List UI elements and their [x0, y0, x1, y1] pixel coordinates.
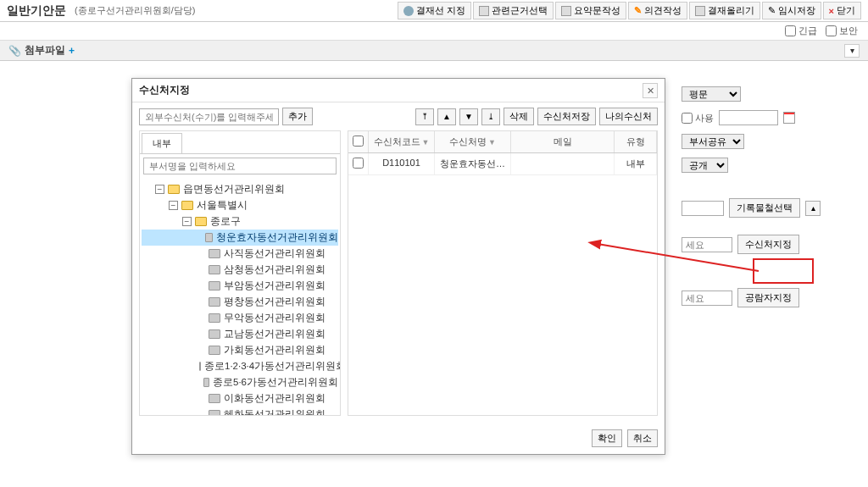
modal-header: 수신처지정 ✕ [132, 79, 665, 102]
top-bar: 일반기안문 (종로구선거관리위원회/담당) 결재선 지정 관련근거선택 요약문작… [0, 0, 868, 22]
modal-close-button[interactable]: ✕ [643, 83, 658, 98]
collapse-icon[interactable]: − [182, 217, 192, 226]
calendar-icon[interactable] [783, 112, 795, 124]
folder-icon [195, 217, 207, 226]
attachments-expand-button[interactable]: ▾ [844, 44, 860, 58]
cell-mail [511, 153, 615, 174]
folder-icon [209, 329, 220, 339]
opinion-button[interactable]: ✎의견작성 [628, 2, 687, 19]
row-checkbox[interactable] [353, 158, 364, 169]
recipient-input[interactable] [682, 237, 732, 252]
tree-node[interactable]: 삼청동선거관리위원회 [142, 262, 338, 278]
pencil-icon: ✎ [768, 5, 776, 16]
tree-node[interactable]: 혜화동선거관리위원회 [142, 407, 338, 415]
tree-node[interactable]: −서울특별시 [142, 197, 338, 213]
tree-node[interactable]: −읍면동선거관리위원회 [142, 181, 338, 197]
tree-node[interactable]: 무악동선거관리위원회 [142, 310, 338, 326]
add-button[interactable]: 추가 [282, 108, 313, 125]
dept-search-input[interactable] [143, 158, 337, 174]
approve-raise-button[interactable]: 결재올리기 [689, 2, 760, 19]
security-checkbox[interactable] [826, 25, 837, 36]
tree-label: 삼청동선거관리위원회 [224, 263, 326, 276]
col-mail[interactable]: 메일 [511, 131, 615, 152]
table-row[interactable]: D110101 청운효자동선… 내부 [348, 153, 657, 175]
viewer-set-button[interactable]: 공람자지정 [737, 288, 799, 307]
move-bottom-button[interactable]: ⤓ [481, 108, 500, 125]
cell-code: D110101 [369, 153, 435, 174]
use-checkbox[interactable] [682, 113, 693, 124]
tree-node-selected[interactable]: 청운효자동선거관리위원회 [142, 230, 338, 246]
recipient-set-button[interactable]: 수신처지정 [737, 235, 799, 254]
tree-label: 혜화동선거관리위원회 [224, 408, 326, 415]
tree-label: 가회동선거관리위원회 [224, 344, 326, 357]
doc-icon [561, 6, 571, 16]
body-type-select[interactable]: 평문 [682, 86, 741, 102]
modal-toolbar: 추가 ⤒ ▲ ▼ ⤓ 삭제 수신처저장 나의수신처 [132, 102, 665, 130]
tree-node[interactable]: 이화동선거관리위원회 [142, 390, 338, 407]
move-top-icon: ⤒ [421, 112, 428, 121]
attachments-bar: 📎 첨부파일 + ▾ [0, 41, 868, 61]
temp-save-label: 임시저장 [778, 4, 815, 17]
ok-button[interactable]: 확인 [592, 429, 622, 447]
move-top-button[interactable]: ⤒ [415, 108, 434, 125]
approve-line-button[interactable]: 결재선 지정 [398, 2, 471, 19]
public-select[interactable]: 공개 [682, 158, 728, 173]
move-up-button[interactable]: ▲ [437, 108, 456, 125]
related-doc-label: 관련근거선택 [492, 4, 548, 17]
add-attachment-button[interactable]: + [69, 45, 75, 57]
tab-internal[interactable]: 내부 [142, 133, 182, 153]
col-code[interactable]: 수신처코드▼ [369, 131, 435, 152]
tree-node[interactable]: 종로5·6가동선거관리위원회 [142, 374, 338, 390]
close-label: 닫기 [837, 4, 855, 17]
delete-button[interactable]: 삭제 [504, 108, 534, 125]
record-select-button[interactable]: 기록물철선택 [729, 198, 800, 218]
tree-node[interactable]: 평창동선거관리위원회 [142, 294, 338, 310]
select-all-checkbox[interactable] [353, 136, 364, 147]
tree-node[interactable]: 가회동선거관리위원회 [142, 342, 338, 358]
my-recipients-button[interactable]: 나의수신처 [599, 108, 658, 125]
tree-label: 청운효자동선거관리위원회 [216, 231, 338, 244]
temp-save-button[interactable]: ✎임시저장 [762, 2, 821, 19]
date-input[interactable] [719, 110, 778, 125]
tree-label: 읍면동선거관리위원회 [183, 183, 285, 196]
urgent-checkbox-label[interactable]: 긴급 [785, 25, 817, 37]
record-input[interactable] [682, 201, 724, 216]
use-label-text: 사용 [695, 112, 714, 125]
cancel-button[interactable]: 취소 [627, 429, 658, 447]
use-checkbox-label[interactable]: 사용 [682, 112, 714, 125]
tree-node[interactable]: 부암동선거관리위원회 [142, 278, 338, 294]
related-doc-button[interactable]: 관련근거선택 [473, 2, 554, 19]
close-button[interactable]: ×닫기 [823, 2, 861, 19]
tree-node[interactable]: 사직동선거관리위원회 [142, 246, 338, 262]
col-name[interactable]: 수신처명▼ [435, 131, 511, 152]
security-checkbox-label[interactable]: 보안 [826, 25, 858, 37]
spacer [196, 346, 205, 355]
summary-button[interactable]: 요약문작성 [555, 2, 626, 19]
spacer [196, 394, 205, 403]
spacer [196, 378, 200, 387]
move-down-button[interactable]: ▼ [459, 108, 478, 125]
tree-label: 이화동선거관리위원회 [224, 392, 326, 405]
save-recipients-button[interactable]: 수신처저장 [537, 108, 596, 125]
collapse-icon[interactable]: − [169, 201, 178, 210]
up-button[interactable]: ▴ [805, 201, 821, 216]
spacer [196, 265, 205, 274]
tree-node[interactable]: 교남동선거관리위원회 [142, 326, 338, 342]
tree-label: 평창동선거관리위원회 [224, 296, 326, 308]
options-row: 긴급 보안 [0, 22, 868, 41]
folder-icon [209, 410, 220, 415]
urgent-checkbox[interactable] [785, 25, 796, 36]
folder-icon [209, 313, 220, 323]
tree-node[interactable]: −종로구 [142, 213, 338, 230]
cell-name: 청운효자동선… [435, 153, 511, 174]
dept-share-select[interactable]: 부서공유 [682, 134, 744, 149]
modal-body: 내부 −읍면동선거관리위원회 −서울특별시 −종로구 청운효자동선거관리위원회 … [132, 130, 665, 423]
selected-recipients-table: 수신처코드▼ 수신처명▼ 메일 유형 D110101 청운효자동선… 내부 [348, 130, 658, 416]
col-type[interactable]: 유형 [615, 131, 657, 152]
collapse-icon[interactable]: − [155, 185, 164, 194]
col-checkbox [348, 131, 369, 152]
viewer-input[interactable] [682, 291, 732, 306]
tree-node[interactable]: 종로1·2·3·4가동선거관리위원회 [142, 358, 338, 374]
doc-icon [695, 6, 705, 16]
external-recipient-input[interactable] [139, 108, 279, 125]
